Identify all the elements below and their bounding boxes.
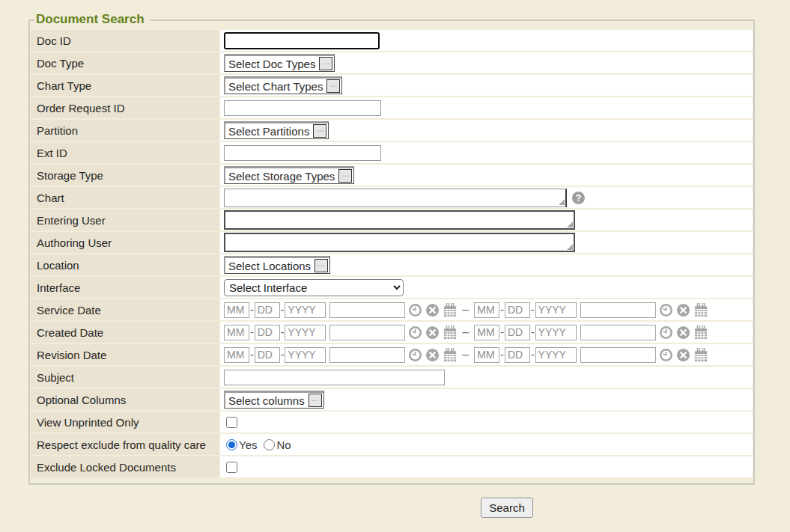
partition-picker[interactable]: Select Partitions ... <box>224 121 329 139</box>
interface-select[interactable]: Select Interface <box>224 279 404 296</box>
row-revision-date: Revision Date -- – -- <box>31 344 753 365</box>
page-title: Document Search <box>34 11 151 28</box>
calendar-icon[interactable] <box>443 303 458 317</box>
chart-type-browse-button[interactable]: ... <box>326 79 340 93</box>
month-input[interactable] <box>224 347 249 363</box>
clear-icon[interactable] <box>676 303 690 317</box>
page: { "panel": { "legend": "Document Search"… <box>0 0 790 532</box>
entering-user-textarea[interactable] <box>224 210 575 230</box>
respect-quality-yes-radio[interactable] <box>226 439 237 450</box>
optional-columns-browse-button[interactable]: ... <box>309 394 322 407</box>
chart-textarea[interactable] <box>224 189 567 207</box>
chart-type-picker[interactable]: Select Chart Types ... <box>224 76 342 94</box>
optional-columns-picker[interactable]: Select columns ... <box>224 391 324 409</box>
month-input[interactable] <box>474 347 499 363</box>
time-input[interactable] <box>580 347 656 363</box>
clock-icon[interactable] <box>659 325 673 340</box>
order-request-id-input[interactable] <box>224 100 381 116</box>
storage-type-picker[interactable]: Select Storage Types ... <box>224 166 354 184</box>
time-input[interactable] <box>329 347 405 363</box>
row-label: Service Date <box>31 299 219 320</box>
clock-icon[interactable] <box>408 325 422 340</box>
row-label: Interface <box>31 277 219 298</box>
year-input[interactable] <box>285 302 326 318</box>
row-label: Storage Type <box>31 165 219 186</box>
authoring-user-textarea[interactable] <box>224 233 575 252</box>
created-date-to-group: -- <box>474 325 708 340</box>
row-partition: Partition Select Partitions ... <box>31 120 753 141</box>
doc-type-picker[interactable]: Select Doc Types ... <box>224 54 335 72</box>
day-input[interactable] <box>255 325 280 340</box>
time-input[interactable] <box>329 302 405 318</box>
year-input[interactable] <box>535 325 577 340</box>
clear-icon[interactable] <box>425 348 440 362</box>
row-label: Location <box>31 254 219 275</box>
row-respect-exclude-quality-care: Respect exclude from quality care Yes No <box>31 434 753 455</box>
clear-icon[interactable] <box>676 348 690 362</box>
row-label: Chart <box>31 187 219 208</box>
row-subject: Subject <box>31 367 753 388</box>
location-picker[interactable]: Select Locations ... <box>224 256 330 274</box>
service-date-from-group: -- <box>224 302 458 318</box>
month-input[interactable] <box>224 325 249 340</box>
calendar-icon[interactable] <box>443 325 458 340</box>
day-input[interactable] <box>505 325 530 340</box>
subject-input[interactable] <box>224 370 445 385</box>
exclude-locked-documents-checkbox[interactable] <box>226 462 237 473</box>
row-entering-user: Entering User <box>31 210 753 230</box>
storage-type-browse-button[interactable]: ... <box>338 169 352 183</box>
radio-no-label: No <box>276 438 291 451</box>
row-label: Respect exclude from quality care <box>31 434 219 455</box>
form-rows: Doc ID Doc Type Select Doc Types ... Cha… <box>31 30 753 479</box>
time-input[interactable] <box>580 325 656 340</box>
location-browse-button[interactable]: ... <box>315 259 328 272</box>
day-input[interactable] <box>505 302 530 318</box>
clock-icon[interactable] <box>408 303 422 317</box>
time-input[interactable] <box>580 302 656 318</box>
row-label: Doc ID <box>31 30 219 51</box>
clear-icon[interactable] <box>425 303 440 317</box>
calendar-icon[interactable] <box>693 325 708 340</box>
partition-browse-button[interactable]: ... <box>313 124 326 138</box>
help-icon[interactable]: ? <box>572 192 585 204</box>
month-input[interactable] <box>224 302 249 318</box>
ext-id-input[interactable] <box>224 145 381 161</box>
day-input[interactable] <box>255 347 280 363</box>
row-storage-type: Storage Type Select Storage Types ... <box>31 165 753 186</box>
respect-quality-no-radio[interactable] <box>264 439 275 450</box>
month-input[interactable] <box>474 325 499 340</box>
row-label: Entering User <box>31 210 219 230</box>
clock-icon[interactable] <box>408 348 422 362</box>
row-label: Chart Type <box>31 75 219 96</box>
doc-id-input[interactable] <box>224 32 380 49</box>
calendar-icon[interactable] <box>693 303 708 317</box>
row-doc-type: Doc Type Select Doc Types ... <box>31 52 753 73</box>
year-input[interactable] <box>535 302 577 318</box>
row-interface: Interface Select Interface <box>31 277 753 298</box>
row-label: Exclude Locked Documents <box>31 456 219 477</box>
clock-icon[interactable] <box>659 348 673 362</box>
day-input[interactable] <box>255 302 280 318</box>
calendar-icon[interactable] <box>693 348 708 362</box>
clear-icon[interactable] <box>425 325 440 340</box>
row-order-request-id: Order Request ID <box>31 97 753 118</box>
clock-icon[interactable] <box>659 303 673 317</box>
view-unprinted-only-checkbox[interactable] <box>226 417 237 428</box>
year-input[interactable] <box>535 347 577 363</box>
month-input[interactable] <box>474 302 499 318</box>
clear-icon[interactable] <box>676 325 690 340</box>
year-input[interactable] <box>285 347 326 363</box>
row-authoring-user: Authoring User <box>31 232 753 253</box>
row-chart: Chart ? <box>31 187 753 208</box>
day-input[interactable] <box>505 347 530 363</box>
row-label: Subject <box>31 367 219 388</box>
search-button[interactable]: Search <box>481 498 533 518</box>
time-input[interactable] <box>329 325 405 340</box>
calendar-icon[interactable] <box>443 348 458 362</box>
row-label: Authoring User <box>31 232 219 253</box>
revision-date-from-group: -- <box>224 347 458 363</box>
row-exclude-locked-documents: Exclude Locked Documents <box>31 456 753 477</box>
doc-type-browse-button[interactable]: ... <box>319 57 332 70</box>
row-chart-type: Chart Type Select Chart Types ... <box>31 75 753 96</box>
year-input[interactable] <box>285 325 326 340</box>
